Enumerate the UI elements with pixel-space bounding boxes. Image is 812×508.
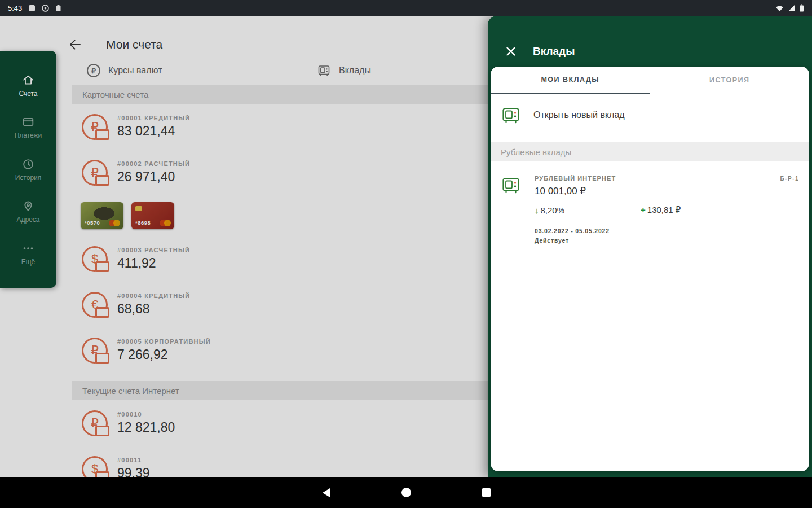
app-screen: 5:43 [0,0,812,508]
deposit-safe-icon [501,175,521,244]
deposits-panel: Вклады МОИ ВКЛАДЫ ИСТОРИЯ [488,16,812,477]
status-time: 5:43 [8,4,22,12]
notification-icon-1 [28,5,36,12]
nav-recents-button[interactable] [482,488,491,497]
tab-history[interactable]: ИСТОРИЯ [650,67,810,94]
deposit-safe-icon [501,105,521,125]
notification-icon-3 [55,5,61,12]
nav-home-button[interactable] [401,487,412,498]
close-icon[interactable] [505,45,517,58]
deposit-amount: 10 001,00 ₽ [535,185,799,197]
panel-header: Вклады [488,16,812,67]
cellular-signal-icon [788,5,795,12]
rate-down-arrow-icon: ↓ [535,205,539,215]
deposit-metrics: ↓8,20% +130,81 ₽ [535,205,799,215]
deposit-code: Б-Р-1 [780,176,799,182]
deposit-status: Действует [535,237,799,244]
deposits-tabs: МОИ ВКЛАДЫ ИСТОРИЯ [491,67,809,94]
deposit-income: +130,81 ₽ [641,205,681,215]
income-plus-icon: + [641,205,646,214]
status-bar: 5:43 [0,0,812,16]
open-new-deposit-button[interactable]: Открыть новый вклад [491,94,809,137]
panel-title: Вклады [533,45,575,58]
section-header-ruble-deposits: Рублевые вклады [491,142,809,161]
android-navigation-bar [0,477,812,508]
wifi-icon [775,5,784,12]
panel-card: МОИ ВКЛАДЫ ИСТОРИЯ Открыть новый вклад [491,67,809,471]
battery-icon [799,4,804,12]
content-area: Мои счета ₽ Курсы валют [0,16,812,477]
deposit-item[interactable]: РУБЛЕВЫЙ ИНТЕРНЕТ Б-Р-1 10 001,00 ₽ ↓8,2… [491,161,809,244]
deposit-rate: ↓8,20% [535,205,564,215]
deposit-period: 03.02.2022 - 05.05.2022 [535,227,799,234]
deposit-name: РУБЛЕВЫЙ ИНТЕРНЕТ [535,175,616,182]
notification-icon-2 [42,5,49,12]
tab-my-deposits[interactable]: МОИ ВКЛАДЫ [491,67,650,94]
nav-back-button[interactable] [321,487,331,498]
open-new-deposit-label: Открыть новый вклад [533,110,625,120]
